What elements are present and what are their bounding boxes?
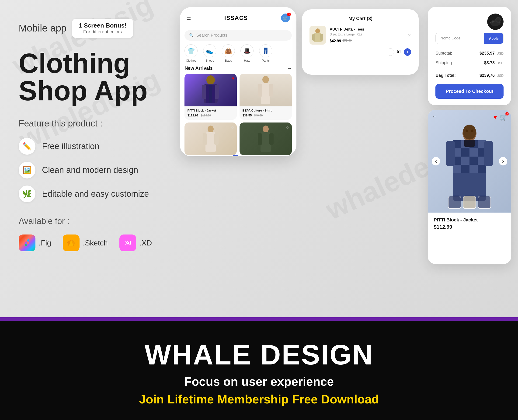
- subtotal-row: Subtotal: $235,97 USD: [436, 49, 503, 58]
- svg-rect-2: [25, 244, 27, 246]
- svg-rect-19: [206, 132, 216, 152]
- cart-item-size: Size: Extra Large (XL): [330, 32, 404, 36]
- detail-heart-icon[interactable]: ♥: [494, 114, 497, 121]
- feature-icon-customize: 🌿: [19, 186, 36, 202]
- category-shoes[interactable]: 👟 Shoes: [203, 44, 216, 62]
- svg-rect-51: [478, 165, 486, 173]
- heart-jacket3[interactable]: ♡: [286, 125, 289, 130]
- cta-text: Join Lifetime Membership Free Download: [139, 392, 379, 406]
- svg-rect-17: [269, 84, 273, 97]
- bag-total-value: $239,76: [480, 73, 495, 78]
- feature-list: ✏️ Free illustration 🖼️ Clean and modern…: [19, 138, 152, 202]
- detail-product-name: PITTI Block - Jacket: [434, 217, 505, 223]
- product-info-jacket: PITTI Block - Jacket $112.99 $139.99: [185, 106, 237, 120]
- bonus-subtitle: For different colors: [79, 29, 126, 35]
- mobile-app-badge: Mobile app 1 Screen Bonus! For different…: [19, 19, 152, 38]
- product-card-shirt[interactable]: ♡ BEPA Culture - Shirt $39.55 $49.99: [239, 74, 292, 120]
- shirt-image: [239, 74, 292, 106]
- product-info-shirt: BEPA Culture - Shirt $39.55 $49.99: [239, 106, 292, 120]
- svg-rect-20: [203, 133, 207, 145]
- svg-rect-16: [258, 84, 262, 97]
- cart-card: ← My Cart (3) A: [302, 9, 419, 75]
- svg-rect-52: [446, 141, 455, 166]
- svg-rect-49: [461, 165, 469, 173]
- platform-sketch[interactable]: .Sketch: [63, 234, 108, 251]
- thumb-2[interactable]: [463, 196, 476, 209]
- cart-item-price: $42.99: [330, 39, 341, 43]
- feature-icon-illustration: ✏️: [19, 138, 36, 155]
- mobile-app-label: Mobile app: [19, 23, 67, 34]
- category-bags[interactable]: 👜 Bags: [222, 44, 235, 62]
- apply-promo-button[interactable]: Apply: [484, 33, 503, 44]
- xd-icon: Xd: [119, 234, 136, 251]
- cart-item-details: AUCTP Delta - Tees Size: Extra Large (XL…: [330, 27, 404, 43]
- promo-label: Promo Code: [436, 33, 464, 44]
- hamburger-icon[interactable]: ☰: [186, 15, 191, 21]
- feature-text-2: Clean and modern design: [42, 165, 138, 175]
- product-card-jacket2[interactable]: ♡: [185, 122, 237, 155]
- proceed-to-checkout-button[interactable]: Proceed To Checkout: [436, 84, 503, 99]
- product-card-jacket[interactable]: ♥ PITTI Block - Jacket $112.99 $139.99: [185, 74, 237, 120]
- bag-total-row: Bag Total: $239,76 USD: [436, 71, 503, 80]
- right-section: Promo Code Apply Subtotal: $235,97 USD S…: [428, 0, 518, 317]
- cart-icon[interactable]: 🛒 3: [281, 14, 290, 22]
- svg-rect-41: [461, 148, 469, 157]
- price-divider: [436, 69, 503, 69]
- svg-rect-0: [25, 240, 27, 241]
- cart-item-name: AUCTP Delta - Tees: [330, 27, 404, 31]
- detail-cart-icon[interactable]: 🛒2: [500, 114, 507, 121]
- shirt-original-price: $49.99: [254, 114, 263, 117]
- heart-jacket2[interactable]: ♡: [231, 125, 234, 130]
- bonus-badge: 1 Screen Bonus! For different colors: [72, 19, 133, 38]
- platform-figma[interactable]: .Fig: [19, 234, 51, 251]
- clothes-label: Clothes: [186, 59, 196, 62]
- detail-top-actions: ♥ 🛒2: [494, 114, 507, 121]
- jacket-name: PITTI Block - Jacket: [187, 109, 234, 112]
- bags-icon: 👜: [222, 44, 235, 57]
- main-title: Clothing Shop App: [19, 49, 152, 105]
- category-hats[interactable]: 🎩 Hats: [240, 44, 253, 62]
- detail-thumbnails: [448, 196, 491, 209]
- new-arrivals-title: New Arrivals: [185, 66, 213, 71]
- new-arrivals-header: New Arrivals →: [180, 66, 296, 71]
- detail-back-icon[interactable]: ←: [432, 114, 437, 120]
- thumb-3[interactable]: [478, 196, 491, 209]
- search-bar[interactable]: 🔍 Search Products: [185, 30, 292, 41]
- thumb-1[interactable]: [448, 196, 461, 209]
- subtotal-label: Subtotal:: [436, 51, 452, 56]
- category-pants[interactable]: 👖 Pants: [259, 44, 272, 62]
- svg-rect-53: [484, 141, 493, 166]
- product-detail-card: ← ♥ 🛒2 ‹ › PITTI Block - Jacket $112.99: [428, 110, 511, 264]
- svg-point-4: [27, 242, 29, 244]
- shirt-name: BEPA Culture - Shirt: [242, 109, 289, 112]
- heart-shirt[interactable]: ♡: [286, 76, 289, 81]
- cart-item-original-price: $59.99: [342, 39, 352, 42]
- see-all-arrow[interactable]: →: [287, 66, 292, 71]
- feature-section-title: Feature this product :: [19, 119, 152, 128]
- qty-plus-btn[interactable]: +: [404, 48, 411, 56]
- product-card-jacket3[interactable]: ♡: [239, 122, 292, 155]
- shipping-row: Shipping: $3.78 USD: [436, 58, 503, 68]
- qty-minus-btn[interactable]: −: [387, 48, 394, 56]
- svg-rect-50: [469, 165, 478, 173]
- category-clothes[interactable]: 👕 Clothes: [185, 44, 198, 62]
- purple-strip: [0, 317, 518, 321]
- feature-item-3: 🌿 Editable and easy customize: [19, 186, 152, 202]
- hats-icon: 🎩: [240, 44, 253, 57]
- platform-xd[interactable]: Xd .XD: [119, 234, 152, 251]
- detail-next-arrow[interactable]: ›: [499, 157, 507, 165]
- pants-icon: 👖: [259, 44, 272, 57]
- jacket3-image: [239, 122, 292, 155]
- svg-point-18: [207, 126, 214, 133]
- clothes-icon: 👕: [185, 44, 198, 57]
- svg-rect-29: [320, 34, 323, 41]
- subtotal-currency: USD: [496, 52, 503, 55]
- store-name: ISSACS: [224, 15, 248, 21]
- checkout-card: Promo Code Apply Subtotal: $235,97 USD S…: [428, 7, 511, 105]
- detail-product-price: $112.99: [434, 224, 505, 230]
- back-arrow-icon[interactable]: ←: [310, 16, 314, 21]
- heart-jacket[interactable]: ♥: [232, 76, 235, 81]
- detail-prev-arrow[interactable]: ‹: [432, 157, 440, 165]
- jacket-price: $112.99: [187, 114, 198, 117]
- remove-item-icon[interactable]: ✕: [408, 33, 411, 38]
